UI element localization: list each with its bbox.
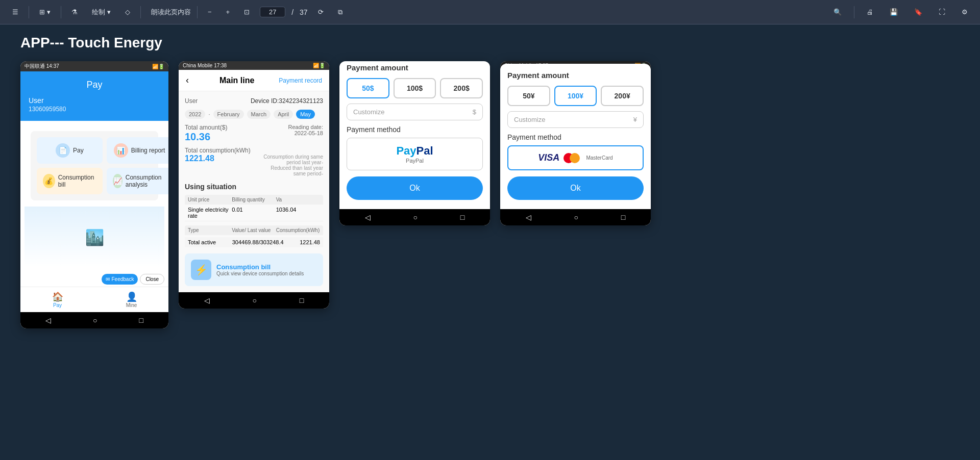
screen1-header: Pay User 13060959580 xyxy=(20,71,168,121)
col2-header: Billing quantity xyxy=(232,197,276,202)
total-amount-value: 10.36 xyxy=(185,131,227,143)
screen1-icons: 📶🔋 xyxy=(152,64,164,69)
screen2-record-link[interactable]: Payment record xyxy=(279,77,322,84)
menu-button[interactable]: ☰ xyxy=(8,6,22,18)
mastercard-logo xyxy=(564,153,580,163)
mar-tab[interactable]: March xyxy=(247,110,271,119)
apr-tab[interactable]: April xyxy=(274,110,293,119)
screen3-method-title: Payment method xyxy=(347,125,483,134)
screen4-amount-200[interactable]: 200¥ xyxy=(601,86,644,106)
home-nav4-icon[interactable]: ○ xyxy=(574,213,578,221)
screen3-amount-100[interactable]: 100$ xyxy=(394,78,436,98)
eraser-button[interactable]: ◇ xyxy=(121,6,134,18)
screen2-content: User Device ID:3242234321123 2022 · Febr… xyxy=(179,91,329,292)
bill-card-icon: ⚡ xyxy=(191,260,211,280)
feedback-btn[interactable]: ✉ Feedback Close xyxy=(20,272,168,287)
screen1-status-bar: 中国联通 14:37 📶🔋 xyxy=(20,61,168,71)
screen2-carrier: China Mobile 17:38 xyxy=(183,63,227,68)
filter-button[interactable]: ⚗ xyxy=(67,6,82,18)
zoom-in-button[interactable]: + xyxy=(222,6,234,18)
menu-icon: ☰ xyxy=(12,8,18,16)
city-illustration: 🏙️ xyxy=(24,207,164,268)
screen3-payment-title: Payment amount xyxy=(347,63,483,72)
screen4-android-nav: ◁ ○ □ xyxy=(500,209,651,225)
table-header: Unit price Billing quantity Va xyxy=(185,195,323,205)
bookmark-icon: 🔖 xyxy=(914,8,922,16)
nav-mine-item[interactable]: 👤 Mine xyxy=(94,291,168,308)
page-number-input[interactable]: 27 xyxy=(260,7,285,17)
recent-nav4-icon[interactable]: □ xyxy=(621,213,625,221)
screen4-amount-50[interactable]: 50¥ xyxy=(507,86,550,106)
sort-icon: ⊞ xyxy=(39,8,45,16)
fullscreen-button[interactable]: ⛶ xyxy=(935,6,949,18)
reading-date-value: 2022-05-18 xyxy=(288,130,324,136)
divider3 xyxy=(140,6,141,18)
nav-pay-icon: 🏠 xyxy=(20,291,94,302)
year-tab[interactable]: 2022 xyxy=(185,110,205,119)
close-label[interactable]: Close xyxy=(145,276,159,282)
period-note: Consumption during same period last year… xyxy=(262,154,323,165)
back-nav-icon[interactable]: ◁ xyxy=(45,316,51,324)
layers-icon: ⧉ xyxy=(338,8,342,16)
recent-nav2-icon[interactable]: □ xyxy=(300,296,304,304)
layers-button[interactable]: ⧉ xyxy=(334,6,347,18)
pay-menu-item[interactable]: 📄 Pay xyxy=(37,137,103,164)
screen2-back-btn[interactable]: ‹ xyxy=(186,75,189,86)
user-label: User xyxy=(29,96,160,105)
save-button[interactable]: 💾 xyxy=(886,6,902,18)
feb-tab[interactable]: February xyxy=(213,110,244,119)
home-nav3-icon[interactable]: ○ xyxy=(413,213,418,221)
screen4-ok-btn[interactable]: Ok xyxy=(507,176,644,200)
nav-mine-icon: 👤 xyxy=(94,291,168,302)
draw-button[interactable]: 绘制 ▾ xyxy=(88,6,115,19)
screen2-icons: 📶🔋 xyxy=(313,63,325,68)
screen3-customize-placeholder: Customize xyxy=(353,108,384,116)
draw-label: 绘制 xyxy=(92,8,105,17)
screen3-amount-options: 50$ 100$ 200$ xyxy=(347,78,483,98)
fit-button[interactable]: ⊡ xyxy=(240,6,254,18)
settings-button[interactable]: ⚙ xyxy=(958,6,972,18)
home-nav2-icon[interactable]: ○ xyxy=(253,296,257,304)
year-tabs: 2022 · February March April May xyxy=(185,110,323,119)
sort-button[interactable]: ⊞ ▾ xyxy=(35,6,55,18)
reduced-note: Reduced than last year same period- xyxy=(262,165,323,176)
nav-pay-item[interactable]: 🏠 Pay xyxy=(20,291,94,308)
screen4-customize-input[interactable]: Customize ¥ xyxy=(507,111,644,128)
settings-icon: ⚙ xyxy=(962,8,968,16)
total-active-row: Total active 304469.88/303248.4 1221.48 xyxy=(185,237,323,247)
zoom-out-button[interactable]: − xyxy=(204,6,216,18)
plus-icon: + xyxy=(226,8,230,16)
rotate-button[interactable]: ⟳ xyxy=(314,6,328,18)
divider1 xyxy=(29,6,29,18)
electricity-rate-qty: 1036.04 xyxy=(276,207,320,219)
screen4-visa-mc-btn[interactable]: VISA MasterCard xyxy=(507,145,644,170)
back-nav4-icon[interactable]: ◁ xyxy=(526,213,531,221)
consumption-bill-menu-item[interactable]: 💰 Consumption bill xyxy=(37,168,103,194)
bookmark-button[interactable]: 🔖 xyxy=(910,6,926,18)
consumption-analysis-menu-item[interactable]: 📈 Consumption analysis xyxy=(107,168,168,194)
billing-report-menu-item[interactable]: 📊 Billing report xyxy=(107,137,168,164)
print-button[interactable]: 🖨 xyxy=(863,6,877,18)
search-button[interactable]: 🔍 xyxy=(829,6,846,18)
draw-chevron: ▾ xyxy=(107,8,111,16)
screen3-customize-input[interactable]: Customize $ xyxy=(347,104,483,120)
screen3-amount-200[interactable]: 200$ xyxy=(440,78,483,98)
screen3-paypal-btn[interactable]: PayPal PayPal xyxy=(347,138,483,170)
billing-report-label: Billing report xyxy=(131,147,165,154)
screen4-amount-100[interactable]: 100¥ xyxy=(554,86,597,106)
may-tab[interactable]: May xyxy=(296,110,315,119)
paypal-label: PayPal xyxy=(406,158,424,164)
visa-text: VISA xyxy=(538,152,559,163)
screens-row: 中国联通 14:37 📶🔋 Pay User 13060959580 📄 Pay… xyxy=(20,61,960,450)
mc-circle-orange xyxy=(570,153,580,163)
back-nav2-icon[interactable]: ◁ xyxy=(204,296,210,304)
consumption-bill-card[interactable]: ⚡ Consumption bill Quick view device con… xyxy=(185,253,323,286)
screen3-amount-50[interactable]: 50$ xyxy=(347,78,389,98)
recent-nav3-icon[interactable]: □ xyxy=(460,213,464,221)
screen3-ok-btn[interactable]: Ok xyxy=(347,176,483,200)
eraser-icon: ◇ xyxy=(125,8,130,16)
bill-card-sub: Quick view device consumption details xyxy=(216,271,304,276)
recent-nav-icon[interactable]: □ xyxy=(139,316,143,324)
back-nav3-icon[interactable]: ◁ xyxy=(365,213,371,221)
home-nav-icon[interactable]: ○ xyxy=(93,316,97,324)
